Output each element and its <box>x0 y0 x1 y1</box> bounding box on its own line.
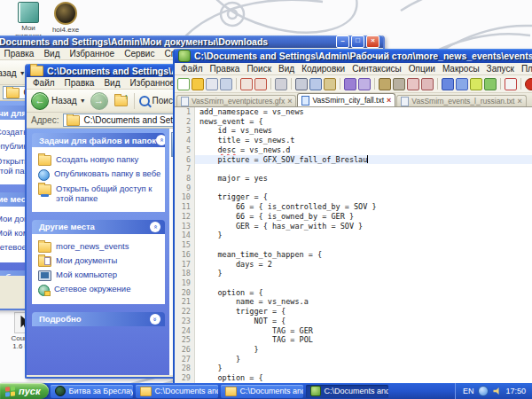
search-button[interactable]: Поиск <box>139 96 177 106</box>
toolbar-icon[interactable] <box>470 78 482 90</box>
editor-line: 5 desc = vs_news.d <box>175 145 532 155</box>
place-link[interactable]: Мои документы <box>38 255 162 267</box>
toolbar-icon[interactable] <box>374 78 375 90</box>
details-header[interactable]: Подробно « <box>32 312 165 326</box>
menu-item[interactable]: Кодировки <box>301 64 345 74</box>
tab-close-icon[interactable]: × <box>517 98 521 105</box>
places-header[interactable]: Другие места « <box>32 220 165 234</box>
taskbar-button[interactable]: C:\Documents and Se... <box>306 385 388 398</box>
taskbar-button-icon <box>140 387 152 396</box>
downloads-titlebar[interactable]: C:\Documents and Settings\Admin\Мои доку… <box>0 35 383 48</box>
tab-close-icon[interactable]: × <box>287 98 292 105</box>
task-link[interactable]: Открыть общий доступ к этой папке <box>38 184 162 204</box>
taskbar-button-icon <box>310 386 321 396</box>
menu-item[interactable]: Файл <box>181 64 203 74</box>
toolbar-icon[interactable] <box>309 78 322 90</box>
toolbar-icon[interactable] <box>192 78 204 90</box>
menu-item[interactable]: Макросы <box>442 64 480 74</box>
menu-item[interactable]: Правка <box>4 49 35 59</box>
toolbar-icon[interactable] <box>344 78 356 90</box>
place-icon <box>38 256 51 267</box>
language-indicator[interactable]: EN <box>463 387 474 395</box>
toolbar-icon[interactable] <box>525 78 532 90</box>
menu-item[interactable]: Запуск <box>487 64 514 74</box>
toolbar-icon[interactable] <box>505 78 517 90</box>
taskbar: пуск Битва за Бреслау - ... C:\Documents… <box>0 383 532 399</box>
back-button[interactable]: ← Назад ▼ <box>31 92 86 110</box>
start-button[interactable]: пуск <box>0 383 49 399</box>
toolbar-icon[interactable] <box>358 78 371 90</box>
menu-item[interactable]: Сервис <box>124 49 154 59</box>
volume-icon[interactable] <box>493 387 501 395</box>
system-tray: EN 17:50 <box>455 383 532 399</box>
toolbar-icon[interactable] <box>484 78 497 90</box>
menu-item[interactable]: Избранное <box>129 78 175 88</box>
tasks-header[interactable]: Задачи для файлов и папок « <box>32 133 165 147</box>
toolbar-icon[interactable] <box>442 78 454 90</box>
toolbar-icon[interactable] <box>177 78 190 90</box>
toolbar-icon[interactable] <box>270 78 271 90</box>
menu-item[interactable]: Правка <box>210 64 240 74</box>
toolbar-icon[interactable] <box>421 78 434 90</box>
menu-item[interactable]: Вид <box>43 49 59 59</box>
desktop-icon-hoi4[interactable]: hoi4.exe <box>46 2 85 34</box>
minimize-button[interactable]: – <box>336 35 349 48</box>
toolbar-icon[interactable] <box>500 78 501 90</box>
desktop-icon-pictures[interactable]: Мои рисунки <box>9 2 48 40</box>
desktop-icon-label: hoi4.exe <box>46 26 85 34</box>
taskbar-button[interactable]: Битва за Бреслау - ... <box>51 385 133 398</box>
task-link[interactable]: Опубликовать папку в вебе <box>38 168 162 181</box>
toolbar-icon[interactable] <box>220 78 232 90</box>
document-tab[interactable]: VasSmirn_events_l_russian.txt × <box>396 95 526 106</box>
toolbar-icon[interactable] <box>275 78 287 90</box>
taskbar-button[interactable]: C:\Documents and Se... <box>136 385 218 398</box>
document-tab[interactable]: VasSmirn_city_fall.txt × <box>297 93 395 106</box>
editor-line: 10 trigger = { <box>175 192 532 202</box>
menu-item[interactable]: Избранное <box>69 49 114 59</box>
tray-app-icon[interactable] <box>478 386 489 396</box>
tasks-list: Создать новую папку Опубликовать папку в… <box>32 147 165 212</box>
editor-line: 2news_event = { <box>175 117 532 127</box>
tab-label: VasSmirn_eventpictures.gfx <box>192 97 285 106</box>
toolbar-icon[interactable] <box>236 78 237 90</box>
toolbar-icon[interactable] <box>254 78 267 90</box>
task-link[interactable]: Создать новую папку <box>38 154 162 166</box>
toolbar-icon[interactable] <box>206 78 218 90</box>
menu-item[interactable]: Плагины <box>521 64 532 74</box>
editor-line: 16 mean_time_to_happen = { <box>175 250 532 260</box>
document-tab[interactable]: VasSmirn_eventpictures.gfx × <box>176 95 296 106</box>
editor-lines[interactable]: 1add_namespace = vs_news2news_event = {3… <box>175 107 532 383</box>
toolbar-icon[interactable] <box>520 78 521 90</box>
toolbar-icon[interactable] <box>295 78 308 90</box>
toolbar-icon[interactable] <box>379 78 391 90</box>
menu-item[interactable]: Опции <box>409 64 435 74</box>
forward-button[interactable]: → <box>90 92 108 110</box>
close-button[interactable]: × <box>366 35 379 48</box>
npp-titlebar[interactable]: C:\Documents and Settings\Admin\Рабочий … <box>175 49 532 63</box>
toolbar-icon[interactable] <box>437 78 438 90</box>
menu-item[interactable]: Вид <box>104 78 120 88</box>
editor-line: 29 option = { <box>175 373 532 383</box>
toolbar-icon[interactable] <box>456 78 468 90</box>
tab-close-icon[interactable]: × <box>387 97 391 104</box>
place-link[interactable]: Сетевое окружение <box>38 284 162 296</box>
toolbar-icon[interactable] <box>393 78 405 90</box>
menu-item[interactable]: Файл <box>33 78 55 88</box>
menu-item[interactable]: Поиск <box>246 64 271 74</box>
taskbar-button[interactable]: C:\Documents and Se... <box>221 385 303 398</box>
place-link[interactable]: more_news_events <box>38 241 162 253</box>
menu-item[interactable]: Вид <box>278 64 294 74</box>
up-folder-button[interactable] <box>114 96 128 106</box>
toolbar-icon[interactable] <box>407 78 419 90</box>
toolbar-icon[interactable] <box>240 78 253 90</box>
menu-item[interactable]: Правка <box>65 78 95 88</box>
place-link[interactable]: Мой компьютер <box>38 270 162 281</box>
toolbar-icon[interactable] <box>291 78 292 90</box>
back-button[interactable]: ← Назад ▼ <box>0 64 26 82</box>
menu-item[interactable]: Синтаксисы <box>352 64 402 74</box>
editor-line: 23 NOT = { <box>175 317 532 326</box>
toolbar-icon[interactable] <box>340 78 340 90</box>
maximize-button[interactable]: □ <box>351 35 364 48</box>
toolbar-icon[interactable] <box>324 78 336 90</box>
taskbar-button-label: Битва за Бреслау - ... <box>69 387 133 395</box>
